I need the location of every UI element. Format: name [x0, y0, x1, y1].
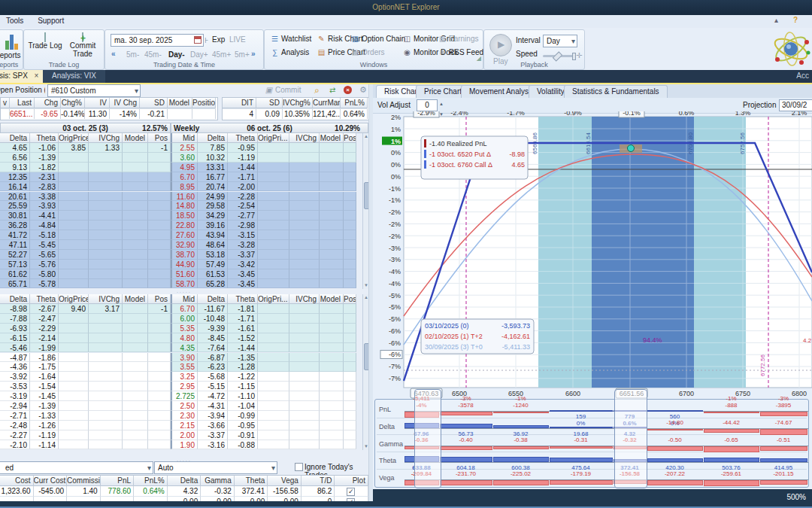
windows-item-option-chain[interactable]: ▥Option Chain	[351, 35, 405, 43]
option-cell	[59, 250, 89, 260]
put-option-row[interactable]: -2.48-1.262.15-3.66-0.95	[0, 421, 362, 430]
step-day-minus[interactable]: Day-	[168, 50, 185, 59]
option-cell: 58.70	[171, 279, 198, 289]
put-option-row[interactable]: -3.19-1.452.725-4.72-1.10	[0, 391, 362, 401]
call-option-row[interactable]: 25.59-3.9314.8029.58-2.54	[0, 201, 362, 211]
commit-button[interactable]: ▣Commit	[265, 86, 301, 94]
option-cell	[148, 182, 171, 192]
speed-plus-icon[interactable]: ✛	[576, 51, 582, 59]
windows-item-analysis[interactable]: ∑Analysis	[271, 48, 309, 56]
option-cell	[289, 279, 320, 289]
call-option-row[interactable]: 16.14-2.838.9520.74-2.00	[0, 182, 362, 192]
put-option-row[interactable]: -2.27-1.192.00-3.37-0.91	[0, 430, 362, 440]
option-cell	[344, 391, 356, 401]
call-option-row[interactable]: 52.27-5.6538.7053.18-3.37	[0, 250, 362, 260]
vol-adjust-spinner[interactable]: 0 ▲▼	[417, 99, 438, 111]
settings-gear-icon[interactable]: ⚙	[359, 85, 367, 95]
put-option-row[interactable]: -2.10-1.141.90-3.16-0.88	[0, 440, 362, 450]
interval-select[interactable]: Day ▾	[543, 35, 577, 47]
option-cell: -11.67	[198, 304, 228, 314]
current-price-column[interactable]	[614, 389, 647, 488]
greek-value: -207.22	[647, 470, 702, 477]
step-back-fast-icon[interactable]: «	[111, 50, 116, 58]
windows-item-earnings[interactable]: ▦Earnings	[438, 35, 478, 43]
help-icon[interactable]: ?	[793, 16, 798, 24]
call-option-row[interactable]: 6.56-1.393.6010.32-1.19	[0, 153, 362, 163]
position-select[interactable]: #610 Custom▾	[47, 84, 141, 97]
greeks-by-price-panel: PnL-5,411-4%-3%-3578-1%-12401590%7790.6%…	[374, 399, 809, 488]
projection-date-input[interactable]: 30/09/2	[779, 99, 812, 111]
option-cell: -1.39	[30, 401, 59, 411]
risk-chart[interactable]: 6569.866616.546706.806752.56 6772.56 -1.…	[373, 111, 812, 399]
step-day-plus[interactable]: Day+	[190, 50, 208, 59]
call-option-row[interactable]: 12.35-2.316.7016.77-1.71	[0, 172, 362, 182]
option-cell: -8.98	[0, 304, 30, 314]
export-icon[interactable]: ⇄	[329, 86, 335, 94]
option-cell	[344, 430, 356, 440]
put-option-row[interactable]: -6.15-2.144.80-8.45-1.52	[0, 333, 362, 343]
windows-item-watchlist[interactable]: ☰Watchlist	[271, 35, 311, 43]
commit-trade-button[interactable]: + Commit Trade	[63, 33, 102, 58]
put-option-row[interactable]: -2.71-1.332.30-3.94-0.99	[0, 411, 362, 421]
speed-slider[interactable]	[543, 55, 573, 57]
call-option-row[interactable]: 47.11-5.4532.9048.64-3.28	[0, 240, 362, 250]
call-option-row[interactable]: 61.62-5.8051.6061.53-3.45	[0, 269, 362, 279]
put-option-row[interactable]: -4.36-1.753.55-6.23-1.28	[0, 362, 362, 372]
option-cell: 22.80	[171, 221, 198, 230]
windows-item-orders[interactable]: ▣Orders	[351, 48, 385, 56]
call-option-row[interactable]: 20.61-3.3811.6024.99-2.28	[0, 192, 362, 202]
search-icon[interactable]: ⌕	[314, 85, 320, 96]
close-position-icon[interactable]: ×	[344, 86, 352, 94]
put-option-row[interactable]: -5.46-1.994.35-7.64-1.44	[0, 343, 362, 353]
menu-support[interactable]: Support	[32, 15, 70, 26]
position-view-select[interactable]: ed▾	[0, 461, 153, 474]
option-cell: -1.86	[30, 353, 59, 363]
exp-toggle-icon[interactable]: ⊦	[205, 36, 208, 44]
put-option-row[interactable]: -3.92-1.643.25-5.68-1.22	[0, 372, 362, 382]
mode-select[interactable]: Auto▾	[154, 461, 277, 474]
option-cell	[59, 324, 89, 333]
put-option-row[interactable]: -2.94-1.392.50-4.31-1.04	[0, 401, 362, 411]
option-cell	[148, 401, 171, 411]
option-cell	[59, 401, 89, 411]
step-5m-plus[interactable]: 5m+	[235, 50, 250, 59]
trading-date-input[interactable]: ma. 30 sep. 2025	[111, 34, 204, 47]
option-cell	[59, 314, 89, 324]
step-forward-fast-icon[interactable]: »	[251, 50, 256, 58]
put-option-row[interactable]: -7.88-2.476.00-10.48-1.71	[0, 314, 362, 324]
exp-button[interactable]: Exp	[212, 35, 225, 44]
option-cell	[59, 240, 89, 250]
title-bar: OptionNET Explorer	[0, 0, 812, 15]
step-45m-plus[interactable]: 45m+	[212, 50, 231, 59]
put-option-row[interactable]: -3.53-1.542.95-5.15-1.15	[0, 382, 362, 391]
tab-close-icon[interactable]: ×	[35, 71, 39, 80]
call-option-row[interactable]: 41.72-5.1827.6043.94-3.15	[0, 230, 362, 240]
call-option-row[interactable]: 36.28-4.8422.8039.16-2.98	[0, 221, 362, 230]
step-5m-minus[interactable]: 5m-	[126, 50, 139, 59]
y-axis-label: -6%	[389, 339, 401, 347]
price-marker-dot[interactable]	[628, 145, 635, 152]
crosshair-strike-column[interactable]	[414, 389, 441, 488]
ribbon-collapse-icon[interactable]: ▴	[774, 16, 778, 24]
reports-button[interactable]: Reports	[0, 33, 25, 59]
trade-log-button[interactable]: Trade Log	[27, 33, 63, 50]
call-option-row[interactable]: 4.65-1.063.851.33-12.557.85-0.95	[0, 143, 362, 153]
put-option-row[interactable]: -8.98-2.679.403.17-16.70-11.67-1.81	[0, 304, 362, 314]
play-button[interactable]: ▶	[489, 34, 512, 56]
live-button[interactable]: LIVE	[229, 35, 246, 44]
plot-checkbox[interactable]: ✓	[347, 488, 355, 496]
call-option-row[interactable]: 65.71-5.7858.7065.28-3.45	[0, 279, 362, 289]
call-option-row[interactable]: 57.13-5.7644.9057.49-3.42	[0, 260, 362, 269]
calendar-icon[interactable]	[194, 36, 201, 44]
call-option-row[interactable]: 30.81-4.4118.5034.29-2.77	[0, 211, 362, 221]
put-option-row[interactable]: -4.87-1.863.90-6.87-1.35	[0, 353, 362, 363]
call-option-row[interactable]: 9.13-1.824.9513.31-1.44	[0, 163, 362, 172]
option-cell: -0.88	[228, 440, 258, 450]
step-45m-minus[interactable]: 45m-	[144, 50, 162, 59]
option-cell	[59, 411, 89, 421]
ignore-trades-checkbox[interactable]	[295, 463, 303, 471]
option-cell	[59, 269, 89, 279]
menu-tools[interactable]: Tools	[0, 15, 29, 26]
column-header: Delta	[0, 133, 30, 143]
put-option-row[interactable]: -6.93-2.295.35-9.39-1.61	[0, 324, 362, 333]
